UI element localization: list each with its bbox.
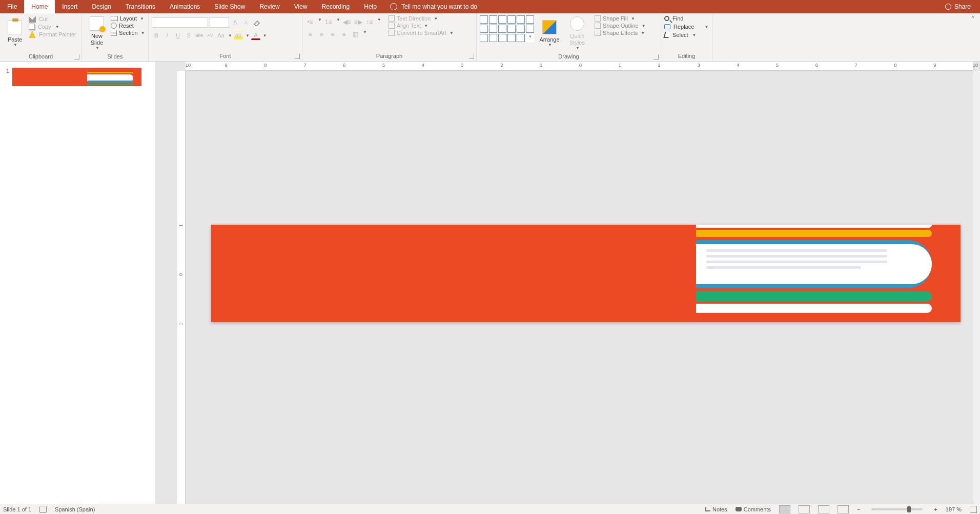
tell-me-search[interactable]: Tell me what you want to do (384, 0, 945, 13)
replace-button[interactable]: Replace ▼ (664, 24, 708, 30)
reading-view-button[interactable] (818, 505, 829, 513)
select-button[interactable]: Select▼ (664, 32, 708, 38)
tab-design[interactable]: Design (85, 0, 118, 13)
find-button[interactable]: Find (664, 15, 708, 22)
shape-star-icon[interactable] (517, 34, 525, 42)
tab-slideshow[interactable]: Slide Show (207, 0, 252, 13)
slide-thumbnail-pane[interactable]: 1 (0, 62, 155, 504)
align-text-button[interactable]: Align Text▼ (389, 23, 454, 29)
highlight-button[interactable]: ab (234, 31, 243, 40)
shape-curve-icon[interactable] (489, 34, 497, 42)
tab-recording[interactable]: Recording (315, 0, 357, 13)
tab-file[interactable]: File (0, 0, 24, 13)
numbering-button[interactable]: 1≡ (324, 17, 333, 27)
ribbon-collapse-button[interactable]: ˄ (968, 14, 978, 25)
arrange-button[interactable]: Arrange ▼ (536, 15, 563, 51)
change-case-button[interactable]: Aa (216, 31, 226, 40)
canvas-area[interactable] (186, 71, 973, 504)
format-painter-button[interactable]: Format Painter (29, 31, 76, 38)
justify-button[interactable]: ≡ (339, 30, 349, 39)
align-right-button[interactable]: ≡ (328, 30, 337, 39)
layout-button[interactable]: Layout▼ (111, 15, 145, 22)
slide-canvas[interactable] (211, 225, 961, 322)
dialog-launcher-icon[interactable] (654, 54, 659, 60)
slide-sorter-view-button[interactable] (799, 505, 810, 513)
font-size-select[interactable] (210, 17, 229, 28)
share-button[interactable]: Share (945, 0, 980, 13)
normal-view-button[interactable] (779, 505, 790, 513)
align-center-button[interactable]: ≡ (317, 30, 326, 39)
status-language[interactable]: Spanish (Spain) (55, 506, 95, 512)
shape-rect-icon[interactable] (498, 15, 506, 24)
tab-review[interactable]: Review (252, 0, 287, 13)
shrink-font-button[interactable]: A (241, 18, 251, 27)
dialog-launcher-icon[interactable] (469, 54, 474, 59)
line-spacing-button[interactable]: ↕≡ (365, 17, 374, 27)
vertical-ruler[interactable]: 101 (177, 71, 186, 504)
convert-smartart-button[interactable]: Convert to SmartArt▼ (389, 30, 454, 36)
shape-arc-icon[interactable] (480, 34, 488, 42)
vertical-scrollbar[interactable] (973, 71, 980, 504)
zoom-handle[interactable] (907, 506, 911, 512)
shape-fill-button[interactable]: Shape Fill▼ (595, 15, 646, 22)
tab-help[interactable]: Help (357, 0, 384, 13)
shape-arrow-icon[interactable] (489, 15, 497, 24)
font-color-button[interactable]: A (251, 31, 260, 40)
grow-font-button[interactable]: A (231, 18, 240, 27)
quick-styles-button[interactable]: Quick Styles ▼ (565, 15, 589, 51)
shape-rbrace-icon[interactable] (507, 34, 516, 42)
dialog-launcher-icon[interactable] (295, 54, 300, 59)
dialog-launcher-icon[interactable] (74, 54, 79, 60)
tab-insert[interactable]: Insert (55, 0, 85, 13)
tab-animations[interactable]: Animations (162, 0, 207, 13)
bold-button[interactable]: B (152, 31, 161, 40)
clear-formatting-button[interactable] (252, 18, 261, 27)
section-button[interactable]: Section▼ (111, 30, 145, 36)
text-direction-button[interactable]: Text Direction▼ (389, 15, 454, 22)
font-family-select[interactable] (152, 17, 208, 28)
status-slide-indicator[interactable]: Slide 1 of 1 (3, 506, 31, 512)
paste-button[interactable]: Paste ▼ (3, 15, 27, 51)
shape-effects-button[interactable]: Shape Effects▼ (595, 30, 646, 36)
shapes-more-button[interactable]: ▾ (526, 34, 534, 42)
tab-transitions[interactable]: Transitions (118, 0, 162, 13)
horizontal-ruler[interactable]: 10987654321012345678910 (186, 62, 973, 71)
underline-button[interactable]: U (173, 31, 182, 40)
bullets-button[interactable]: •≡ (305, 17, 315, 27)
shadow-button[interactable]: S (184, 31, 193, 40)
slide-thumbnail-1[interactable] (12, 68, 141, 86)
shape-callout-icon[interactable] (526, 25, 534, 33)
status-accessibility-icon[interactable] (39, 506, 47, 513)
shape-line-icon[interactable] (480, 15, 488, 24)
zoom-out-button[interactable]: − (857, 506, 860, 512)
italic-button[interactable]: I (162, 31, 172, 40)
shapes-gallery[interactable]: ▾ (480, 15, 534, 42)
new-slide-button[interactable]: New Slide ▼ (85, 15, 109, 51)
zoom-level[interactable]: 197 % (946, 506, 962, 512)
shape-triangle-icon[interactable] (480, 25, 488, 33)
columns-button[interactable]: ▥ (351, 30, 360, 39)
fit-to-window-button[interactable] (970, 506, 977, 513)
shape-elbowarrow-icon[interactable] (498, 25, 506, 33)
decrease-indent-button[interactable]: ◀≡ (342, 17, 352, 27)
notes-button[interactable]: Notes (705, 506, 727, 512)
shape-blockarrow-icon[interactable] (507, 25, 516, 33)
strikethrough-button[interactable]: abc (195, 31, 204, 40)
cut-button[interactable]: Cut (29, 15, 76, 23)
slideshow-view-button[interactable] (838, 505, 849, 513)
shape-oval-icon[interactable] (517, 15, 525, 24)
align-left-button[interactable]: ≡ (305, 30, 315, 39)
shape-elbow-icon[interactable] (489, 25, 497, 33)
reset-button[interactable]: Reset (111, 23, 145, 29)
shape-textbox-icon[interactable] (526, 15, 534, 24)
shape-roundrect-icon[interactable] (507, 15, 516, 24)
shape-lbrace-icon[interactable] (498, 34, 506, 42)
zoom-in-button[interactable]: + (934, 506, 937, 512)
copy-button[interactable]: Copy▼ (29, 24, 76, 30)
char-spacing-button[interactable]: AV (206, 31, 215, 40)
tab-home[interactable]: Home (24, 0, 55, 13)
increase-indent-button[interactable]: ≡▶ (354, 17, 363, 27)
shape-outline-button[interactable]: Shape Outline▼ (595, 23, 646, 29)
zoom-slider[interactable] (871, 508, 923, 510)
tab-view[interactable]: View (287, 0, 315, 13)
